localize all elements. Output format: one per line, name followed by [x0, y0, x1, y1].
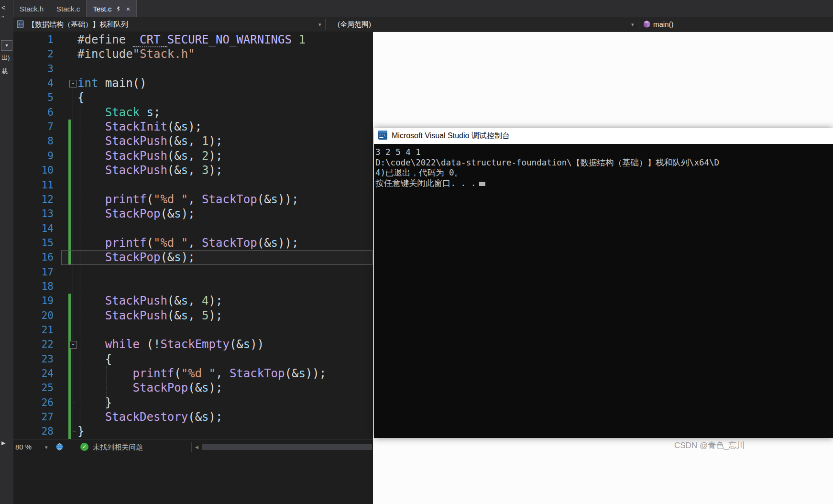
- line-number: 3: [13, 62, 60, 76]
- code-line[interactable]: }: [77, 395, 112, 410]
- line-number: 13: [13, 207, 60, 221]
- code-line[interactable]: StackDestory(&s);: [77, 410, 222, 424]
- line-number: 17: [13, 265, 60, 279]
- strip-fragment: 栽: [1, 67, 8, 76]
- debug-console-window: C:\ Microsoft Visual Studio 调试控制台 3 2 5 …: [374, 128, 833, 438]
- scroll-right-icon[interactable]: ▶: [1, 440, 5, 446]
- watermark: CSDN @青色_忘川: [674, 440, 745, 451]
- line-number: 21: [13, 323, 60, 337]
- globe-icon[interactable]: [55, 443, 64, 453]
- code-line[interactable]: StackPush(&s, 3);: [77, 163, 222, 177]
- code-editor[interactable]: 1#define _CRT_SECURE_NO_WARNINGS 12#incl…: [13, 32, 373, 439]
- console-cursor: [479, 182, 485, 186]
- scope-dropdown[interactable]: (全局范围): [338, 17, 371, 32]
- line-number: 16: [13, 250, 60, 264]
- code-line[interactable]: {: [77, 90, 84, 105]
- code-line[interactable]: StackPop(&s);: [77, 250, 195, 264]
- console-line: 4)已退出，代码为 0。: [375, 168, 832, 178]
- member-dropdown[interactable]: main(): [653, 17, 674, 32]
- line-number: 20: [13, 308, 60, 323]
- console-title: Microsoft Visual Studio 调试控制台: [392, 131, 510, 141]
- line-number: 27: [13, 410, 60, 424]
- console-line: D:\code\2022\data-structure-foundation\【…: [375, 158, 832, 168]
- line-number: 24: [13, 366, 60, 381]
- tab-test-c[interactable]: Test.c×: [86, 0, 137, 17]
- code-line[interactable]: StackPush(&s, 4);: [77, 294, 222, 308]
- svg-text:C:\: C:\: [379, 133, 385, 137]
- code-line[interactable]: #define _CRT_SECURE_NO_WARNINGS 1: [77, 33, 306, 47]
- line-number: 7: [13, 120, 60, 134]
- line-number: 8: [13, 134, 60, 148]
- line-number: 23: [13, 352, 60, 366]
- code-line[interactable]: StackPush(&s, 2);: [77, 149, 222, 163]
- tab-stack-c[interactable]: Stack.c: [50, 0, 87, 17]
- document-health-check-icon[interactable]: ✓: [80, 443, 88, 451]
- project-dropdown[interactable]: 【数据结构（基础）】栈和队列: [28, 17, 128, 32]
- collapse-toggle-icon[interactable]: -: [69, 341, 77, 349]
- health-message: 未找到相关问题: [93, 439, 143, 455]
- code-line[interactable]: #include"Stack.h": [77, 47, 195, 61]
- tab-label: Test.c: [93, 5, 111, 13]
- line-number: 14: [13, 221, 60, 236]
- left-strip: < '' ▾ 出) 栽 ▶: [0, 0, 13, 504]
- console-icon: C:\: [378, 131, 387, 142]
- code-line[interactable]: Stack s;: [77, 105, 160, 120]
- line-number: 5: [13, 90, 60, 105]
- strip-dropdown-button[interactable]: ▾: [1, 40, 12, 51]
- console-output[interactable]: 3 2 5 4 1D:\code\2022\data-structure-fou…: [374, 144, 833, 438]
- line-number: 6: [13, 105, 60, 120]
- editor-status-row: 80 % ▾ ✓ 未找到相关问题 ◄: [13, 439, 373, 455]
- line-number: 1: [13, 33, 60, 47]
- cpp-file-icon: ++: [16, 20, 24, 30]
- line-number: 18: [13, 279, 60, 294]
- line-number: 25: [13, 381, 60, 395]
- line-number: 12: [13, 192, 60, 207]
- line-number: 4: [13, 76, 60, 90]
- line-number: 2: [13, 47, 60, 61]
- horizontal-scrollbar[interactable]: [202, 444, 372, 450]
- code-line[interactable]: StackPop(&s);: [77, 207, 195, 221]
- console-title-bar[interactable]: C:\ Microsoft Visual Studio 调试控制台: [374, 128, 833, 144]
- line-number: 22: [13, 337, 60, 351]
- svg-text:++: ++: [18, 22, 23, 27]
- line-number: 28: [13, 424, 60, 438]
- chevron-down-icon: ▾: [45, 439, 48, 455]
- tab-stack-h[interactable]: Stack.h: [13, 0, 50, 17]
- chevron-down-icon: ▾: [318, 17, 321, 32]
- line-number: 15: [13, 236, 60, 250]
- pin-icon[interactable]: [115, 6, 121, 12]
- zoom-control[interactable]: 80 %: [15, 439, 32, 455]
- close-icon[interactable]: ×: [126, 5, 130, 13]
- tab-label: Stack.c: [56, 5, 80, 13]
- code-line[interactable]: printf("%d ", StackTop(&s));: [77, 366, 326, 381]
- code-line[interactable]: {: [77, 352, 112, 366]
- console-line: 按任意键关闭此窗口. . .: [375, 178, 832, 189]
- scrollbar-thumb[interactable]: [202, 444, 372, 450]
- code-line[interactable]: int main(): [77, 76, 147, 90]
- line-number: 26: [13, 395, 60, 410]
- line-number: 19: [13, 294, 60, 308]
- code-line[interactable]: StackPush(&s, 5);: [77, 308, 222, 323]
- modified-lines-bar: [68, 120, 71, 265]
- document-tab-bar: Stack.hStack.cTest.c×: [13, 0, 833, 17]
- code-line[interactable]: }: [77, 424, 84, 438]
- modified-lines-bar: [68, 294, 71, 439]
- collapse-toggle-icon[interactable]: -: [69, 80, 77, 88]
- code-line[interactable]: printf("%d ", StackTop(&s));: [77, 236, 298, 250]
- code-line[interactable]: printf("%d ", StackTop(&s));: [77, 192, 298, 207]
- code-line[interactable]: while (!StackEmpty(&s)): [77, 337, 264, 351]
- line-number: 9: [13, 149, 60, 163]
- console-line: 3 2 5 4 1: [375, 147, 832, 158]
- divider: [325, 19, 326, 30]
- outline-scope-corner: [73, 403, 76, 403]
- code-line[interactable]: StackPop(&s);: [77, 381, 222, 395]
- strip-fragment: '': [1, 14, 4, 22]
- line-number: 11: [13, 178, 60, 192]
- outline-scope-corner: [73, 431, 76, 432]
- tab-label: Stack.h: [20, 5, 44, 13]
- divider: [191, 442, 192, 452]
- code-line[interactable]: StackInit(&s);: [77, 120, 202, 134]
- scroll-left-icon[interactable]: ◄: [194, 439, 199, 455]
- method-cube-icon: [643, 20, 651, 30]
- code-line[interactable]: StackPush(&s, 1);: [77, 134, 222, 148]
